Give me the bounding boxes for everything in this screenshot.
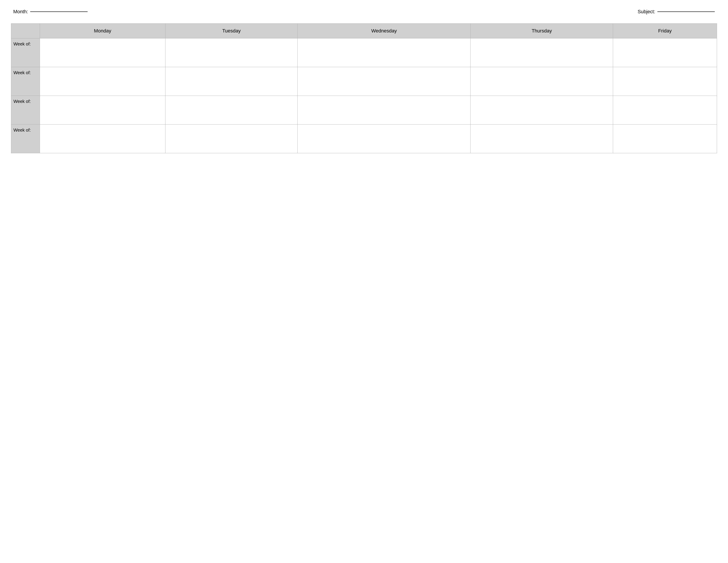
weekly-calendar: Monday Tuesday Wednesday Thursday Friday…: [11, 23, 717, 153]
month-underline: [30, 11, 88, 12]
week4-tuesday[interactable]: [165, 124, 298, 153]
week3-wednesday[interactable]: [298, 96, 471, 124]
week4-friday[interactable]: [613, 124, 717, 153]
week2-friday[interactable]: [613, 67, 717, 96]
week4-wednesday[interactable]: [298, 124, 471, 153]
subject-underline: [657, 11, 715, 12]
week-label-1: Week of:: [11, 38, 40, 67]
week2-tuesday[interactable]: [165, 67, 298, 96]
week3-friday[interactable]: [613, 96, 717, 124]
subject-label: Subject:: [638, 9, 655, 15]
week1-tuesday[interactable]: [165, 38, 298, 67]
week3-thursday[interactable]: [471, 96, 613, 124]
week3-monday[interactable]: [40, 96, 165, 124]
month-label: Month:: [13, 9, 28, 15]
week1-friday[interactable]: [613, 38, 717, 67]
week1-wednesday[interactable]: [298, 38, 471, 67]
table-row: Week of:: [11, 96, 717, 124]
week2-thursday[interactable]: [471, 67, 613, 96]
week1-thursday[interactable]: [471, 38, 613, 67]
header-empty: [11, 24, 40, 38]
table-row: Week of:: [11, 38, 717, 67]
page-header: Month: Subject:: [11, 9, 717, 15]
week4-thursday[interactable]: [471, 124, 613, 153]
header-row: Monday Tuesday Wednesday Thursday Friday: [11, 24, 717, 38]
table-row: Week of:: [11, 67, 717, 96]
header-thursday: Thursday: [471, 24, 613, 38]
week-label-4: Week of:: [11, 124, 40, 153]
header-monday: Monday: [40, 24, 165, 38]
table-row: Week of:: [11, 124, 717, 153]
subject-field: Subject:: [638, 9, 715, 15]
header-wednesday: Wednesday: [298, 24, 471, 38]
week3-tuesday[interactable]: [165, 96, 298, 124]
week-label-3: Week of:: [11, 96, 40, 124]
week2-wednesday[interactable]: [298, 67, 471, 96]
month-field: Month:: [13, 9, 88, 15]
week4-monday[interactable]: [40, 124, 165, 153]
header-tuesday: Tuesday: [165, 24, 298, 38]
header-friday: Friday: [613, 24, 717, 38]
week2-monday[interactable]: [40, 67, 165, 96]
week1-monday[interactable]: [40, 38, 165, 67]
week-label-2: Week of:: [11, 67, 40, 96]
